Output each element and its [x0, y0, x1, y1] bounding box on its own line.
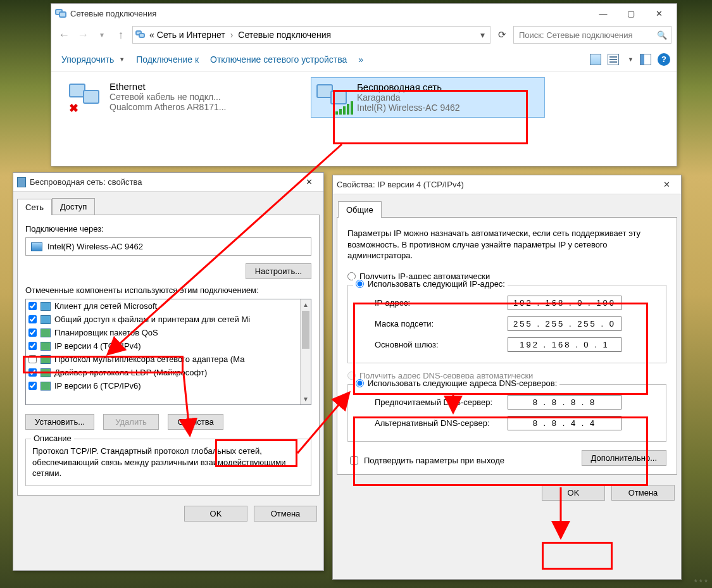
- ip-input[interactable]: 192 . 168 . 0 . 100: [508, 296, 621, 310]
- back-button[interactable]: ←: [56, 27, 72, 42]
- breadcrumb-item[interactable]: Сеть и Интернет: [157, 30, 225, 40]
- confirm-on-exit-checkbox[interactable]: [350, 456, 358, 465]
- components-scrollbar[interactable]: ▲ ▼: [300, 299, 311, 404]
- help-button[interactable]: ?: [658, 53, 670, 66]
- configure-button[interactable]: Настроить...: [246, 263, 311, 279]
- preview-pane-button[interactable]: [640, 54, 651, 65]
- disable-device-button[interactable]: Отключение сетевого устройства: [206, 52, 351, 67]
- component-row[interactable]: Драйвер протокола LLDP (Майкрософт): [26, 366, 311, 379]
- cancel-button[interactable]: Отмена: [611, 485, 675, 501]
- ipv4-title: Свойства: IP версии 4 (TCP/IPv4): [337, 180, 464, 189]
- ipv4-icon: [41, 342, 51, 351]
- chevron-down-icon: ▼: [116, 56, 125, 63]
- recent-locations-button[interactable]: ▾: [94, 27, 109, 42]
- radio-label: Использовать следующие адреса DNS-сервер…: [368, 378, 557, 388]
- scroll-thumb[interactable]: [302, 311, 309, 349]
- component-row[interactable]: Общий доступ к файлам и принтерам для се…: [26, 313, 311, 326]
- component-row-ipv4[interactable]: IP версии 4 (TCP/IPv4): [26, 339, 311, 353]
- close-button[interactable]: ✕: [298, 173, 320, 192]
- install-button[interactable]: Установить...: [25, 414, 94, 430]
- confirm-on-exit-row[interactable]: Подтвердить параметры при выходе: [347, 454, 504, 466]
- cancel-button[interactable]: Отмена: [254, 506, 317, 522]
- component-row[interactable]: Протокол мультиплексора сетевого адаптер…: [26, 353, 311, 366]
- components-list[interactable]: Клиент для сетей Microsoft Общий доступ …: [25, 299, 311, 405]
- radio-manual-ip[interactable]: Использовать следующий IP-адрес:: [353, 279, 508, 289]
- component-checkbox[interactable]: [28, 302, 37, 310]
- connection-item-ethernet[interactable]: ✖ Ethernet Сетевой кабель не подкл... Qu…: [64, 77, 298, 118]
- mask-input[interactable]: 255 . 255 . 255 . 0: [508, 316, 621, 331]
- connection-name: Ethernet: [109, 81, 226, 92]
- props-titlebar[interactable]: Беспроводная сеть: свойства ✕: [13, 173, 323, 192]
- nic-icon: [31, 242, 42, 251]
- advanced-button[interactable]: Дополнительно...: [582, 450, 666, 466]
- component-checkbox[interactable]: [28, 368, 37, 377]
- description-group: Описание Протокол TCP/IP. Стандартный пр…: [25, 439, 311, 486]
- component-label: Клиент для сетей Microsoft: [54, 301, 157, 311]
- component-checkbox[interactable]: [28, 315, 37, 323]
- tab-network[interactable]: Сеть: [17, 199, 52, 215]
- gateway-input[interactable]: 192 . 168 . 0 . 1: [508, 337, 621, 352]
- close-button[interactable]: ✕: [656, 175, 677, 194]
- component-label: Драйвер протокола LLDP (Майкрософт): [54, 368, 207, 377]
- component-row[interactable]: Планировщик пакетов QoS: [26, 326, 311, 339]
- chevron-right-icon: ›: [228, 30, 236, 40]
- dns1-input[interactable]: 8 . 8 . 8 . 8: [508, 395, 621, 410]
- ipv4-titlebar[interactable]: Свойства: IP версии 4 (TCP/IPv4) ✕: [333, 175, 681, 194]
- dns1-label: Предпочитаемый DNS-сервер:: [375, 397, 508, 407]
- breadcrumb[interactable]: « Сеть и Интернет › Сетевые подключения …: [132, 26, 490, 44]
- up-button[interactable]: ↑: [113, 27, 128, 42]
- tab-general-panel: Параметры IP можно назначать автоматичес…: [337, 217, 677, 475]
- forward-button[interactable]: →: [75, 27, 91, 42]
- ok-button[interactable]: OK: [184, 506, 247, 522]
- component-checkbox[interactable]: [28, 382, 37, 390]
- lldp-icon: [41, 368, 51, 377]
- refresh-button[interactable]: ⟳: [494, 27, 509, 42]
- disconnected-icon: ✖: [69, 101, 78, 115]
- component-checkbox[interactable]: [28, 328, 37, 337]
- description-text: Протокол TCP/IP. Стандартный протокол гл…: [32, 446, 304, 479]
- tab-access[interactable]: Доступ: [52, 198, 95, 215]
- close-button[interactable]: ✕: [645, 4, 673, 23]
- radio-manual-dns-input[interactable]: [356, 379, 364, 387]
- search-box[interactable]: 🔍: [513, 26, 671, 44]
- adapter-properties-dialog: Беспроводная сеть: свойства ✕ Сеть Досту…: [13, 172, 324, 571]
- search-icon[interactable]: 🔍: [657, 30, 667, 40]
- remove-button: Удалить: [103, 414, 159, 430]
- tab-general[interactable]: Общие: [338, 201, 382, 218]
- confirm-on-exit-label: Подтвердить параметры при выходе: [364, 456, 504, 465]
- scroll-up-icon[interactable]: ▲: [301, 299, 311, 310]
- chevron-down-icon[interactable]: ▼: [625, 56, 634, 63]
- connect-to-button[interactable]: Подключение к: [132, 52, 203, 67]
- minimize-button[interactable]: —: [589, 4, 617, 23]
- props-title: Беспроводная сеть: свойства: [30, 177, 142, 187]
- radio-manual-ip-input[interactable]: [356, 280, 364, 288]
- component-label: Протокол мультиплексора сетевого адаптер…: [54, 354, 244, 364]
- component-label: IP версии 4 (TCP/IPv4): [54, 341, 141, 351]
- search-input[interactable]: [518, 30, 657, 41]
- toolbar-overflow-button[interactable]: »: [354, 52, 367, 67]
- adapter-name: Intel(R) Wireless-AC 9462: [47, 242, 143, 251]
- explorer-titlebar[interactable]: Сетевые подключения — ▢ ✕: [51, 4, 677, 23]
- properties-button[interactable]: Свойства: [168, 414, 223, 430]
- view-details-button[interactable]: [608, 54, 619, 65]
- description-legend: Описание: [31, 434, 74, 443]
- connection-device: Intel(R) Wireless-AC 9462: [357, 103, 460, 113]
- breadcrumb-dropdown-button[interactable]: ▾: [477, 30, 487, 40]
- component-row[interactable]: IP версии 6 (TCP/IPv6): [26, 379, 311, 392]
- dns2-input[interactable]: 8 . 8 . 4 . 4: [508, 416, 621, 430]
- view-large-icons-button[interactable]: [590, 54, 601, 65]
- connection-item-wireless[interactable]: Беспроводная сеть Karaganda Intel(R) Wir…: [311, 77, 545, 118]
- explorer-title: Сетевые подключения: [70, 9, 156, 18]
- ethernet-icon: ✖: [68, 81, 103, 113]
- component-row[interactable]: Клиент для сетей Microsoft: [26, 299, 311, 313]
- component-checkbox[interactable]: [28, 355, 37, 363]
- maximize-button[interactable]: ▢: [617, 4, 645, 23]
- component-checkbox[interactable]: [28, 342, 37, 350]
- organize-button[interactable]: Упорядочить▼: [58, 52, 128, 67]
- scroll-down-icon[interactable]: ▼: [301, 394, 311, 404]
- adapter-box: Intel(R) Wireless-AC 9462: [25, 237, 311, 256]
- radio-manual-dns[interactable]: Использовать следующие адреса DNS-сервер…: [353, 378, 559, 388]
- manual-dns-group: Использовать следующие адреса DNS-сервер…: [347, 384, 666, 442]
- breadcrumb-item[interactable]: Сетевые подключения: [238, 30, 331, 40]
- ok-button[interactable]: OK: [542, 485, 605, 501]
